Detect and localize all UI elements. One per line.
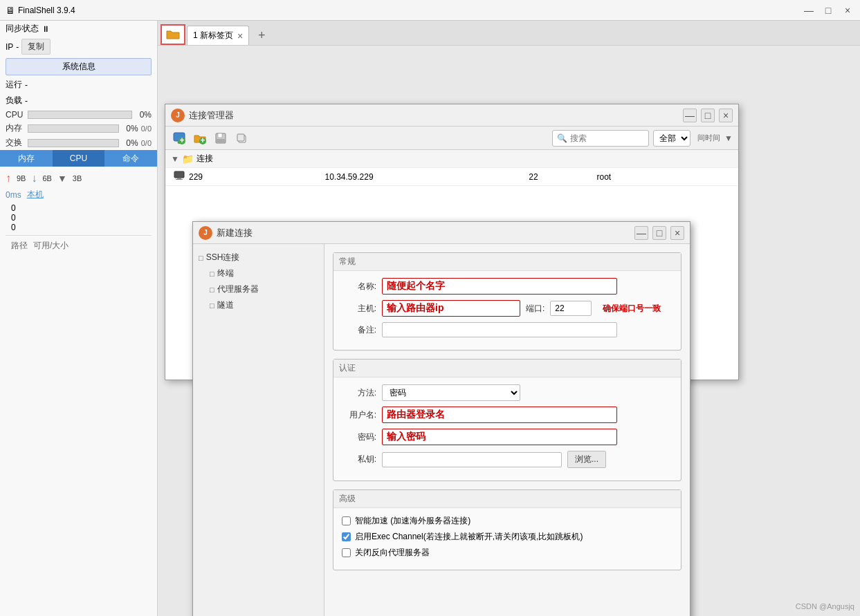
java-icon: J [171, 109, 185, 122]
search-input[interactable] [570, 133, 639, 143]
maximize-btn[interactable]: □ [821, 3, 835, 17]
password-input[interactable] [382, 429, 617, 445]
privkey-row: 私钥: 浏览... [342, 451, 673, 468]
tab-mem[interactable]: 内存 [0, 150, 53, 167]
conn-manager-minimize[interactable]: — [683, 109, 697, 122]
sort-arrow[interactable]: ▼ [724, 133, 733, 143]
traffic-down-val: 6B [42, 174, 51, 183]
new-conn-minimize[interactable]: — [634, 226, 648, 240]
group-toggle[interactable]: ▼ [171, 154, 179, 164]
copy-btn[interactable]: 复制 [21, 39, 51, 55]
conn-manager-title: 连接管理器 [189, 109, 679, 122]
tab-close-btn[interactable]: × [237, 30, 243, 41]
tree-label-ssh: SSH连接 [206, 252, 240, 263]
add-conn-btn[interactable]: ● + [171, 130, 187, 147]
conn-manager-toolbar: ● + + [165, 127, 738, 150]
svg-rect-10 [237, 134, 244, 141]
password-label: 密码: [342, 431, 376, 443]
host-input[interactable] [382, 300, 520, 317]
name-input[interactable] [382, 278, 617, 295]
privkey-input[interactable] [382, 452, 562, 467]
swap-label: 交换 [6, 137, 25, 149]
local-link[interactable]: 本机 [27, 189, 44, 200]
remark-input[interactable] [382, 322, 617, 337]
folder-icon-tab[interactable] [161, 24, 185, 45]
name-label: 名称: [342, 281, 376, 292]
smart-accel-label: 智能加速 (加速海外服务器连接) [355, 515, 470, 527]
disk-avail-label: 可用/大小 [33, 240, 68, 252]
run-value: - [25, 80, 28, 90]
tree-proxy[interactable]: □ 代理服务器 [193, 281, 324, 297]
close-btn[interactable]: × [841, 3, 854, 17]
svg-text:+: + [179, 136, 184, 145]
traffic-up-val: 9B [17, 174, 26, 183]
port-input[interactable] [550, 301, 592, 316]
copy-conn-btn[interactable] [233, 130, 250, 147]
minimize-btn[interactable]: — [802, 3, 816, 17]
svg-rect-7 [218, 133, 222, 138]
auth-legend: 认证 [333, 360, 681, 377]
tab-cpu[interactable]: CPU [53, 150, 105, 167]
load-row: 负载 - [0, 93, 157, 109]
add-tab-btn[interactable]: + [252, 26, 271, 45]
mem-value: 0% [122, 124, 138, 133]
search-icon: 🔍 [557, 133, 567, 143]
conn-name: 229 [189, 172, 325, 182]
conn-group-row: ▼ 📁 连接 [165, 150, 738, 168]
add-folder-btn[interactable]: + [192, 130, 208, 147]
host-label: 主机: [342, 303, 376, 315]
smart-accel-check[interactable] [342, 516, 351, 525]
tree-terminal[interactable]: □ 终端 [193, 265, 324, 281]
tab-label: 1 新标签页 [193, 30, 233, 41]
auth-content: 方法: 密码 用户名: 密码: [333, 377, 681, 480]
window-controls: — □ × [802, 3, 854, 17]
sys-info-btn[interactable]: 系统信息 [6, 58, 152, 75]
load-label: 负载 [6, 95, 22, 106]
password-row: 密码: [342, 429, 673, 445]
remark-label: 备注: [342, 324, 376, 336]
tree-label-tunnel: 隧道 [217, 299, 234, 311]
ip-value: - [16, 42, 19, 52]
smart-accel-row: 智能加速 (加速海外服务器连接) [342, 515, 673, 527]
name-row: 名称: [342, 278, 673, 295]
privkey-label: 私钥: [342, 454, 376, 465]
run-label: 运行 [6, 79, 22, 91]
reverse-proxy-check[interactable] [342, 548, 351, 557]
tree-ssh-conn[interactable]: □ SSH连接 [193, 250, 324, 265]
app-icon: 🖥 [6, 5, 15, 16]
new-conn-body: □ SSH连接 □ 终端 □ 代理服务器 □ 隧道 [193, 244, 690, 616]
main-tab-1[interactable]: 1 新标签页 × [187, 26, 249, 45]
new-conn-sidebar: □ SSH连接 □ 终端 □ 代理服务器 □ 隧道 [193, 244, 324, 616]
group-icon: 📁 [182, 153, 194, 165]
tree-tunnel[interactable]: □ 隧道 [193, 297, 324, 313]
new-conn-titlebar: J 新建连接 — □ × [193, 222, 690, 244]
svg-rect-13 [176, 179, 183, 180]
tree-toggle-ssh: □ [199, 254, 203, 262]
swap-row: 交换 0% 0/0 [0, 136, 157, 150]
monitor-icon [174, 171, 185, 183]
tree-toggle-proxy: □ [210, 286, 214, 294]
username-label: 用户名: [342, 409, 376, 421]
swap-value: 0% [122, 138, 138, 148]
general-section: 常规 名称: 主机: 端口: 确保端口号一致 [333, 252, 681, 351]
conn-item-229[interactable]: 229 10.34.59.229 22 root [165, 168, 738, 186]
username-row: 用户名: [342, 407, 673, 423]
new-conn-close[interactable]: × [670, 226, 684, 240]
arrow-down-icon: ↓ [31, 172, 37, 185]
new-conn-maximize[interactable]: □ [652, 226, 666, 240]
new-conn-java-icon: J [199, 226, 212, 240]
svg-text:+: + [200, 136, 205, 145]
mem-row: 内存 0% 0/0 [0, 121, 157, 136]
save-btn[interactable] [212, 130, 229, 147]
sync-label: 同步状态 [6, 23, 39, 35]
general-content: 名称: 主机: 端口: 确保端口号一致 备注: [333, 271, 681, 350]
method-select[interactable]: 密码 [382, 384, 520, 401]
conn-manager-maximize[interactable]: □ [701, 109, 715, 122]
username-input[interactable] [382, 407, 617, 423]
conn-manager-close[interactable]: × [719, 109, 733, 122]
tab-cmd[interactable]: 命令 [104, 150, 157, 167]
exec-channel-check[interactable] [342, 532, 351, 541]
browse-btn[interactable]: 浏览... [567, 451, 606, 468]
auth-section: 认证 方法: 密码 用户名: 密码: [333, 359, 681, 481]
filter-select[interactable]: 全部 [653, 130, 690, 147]
